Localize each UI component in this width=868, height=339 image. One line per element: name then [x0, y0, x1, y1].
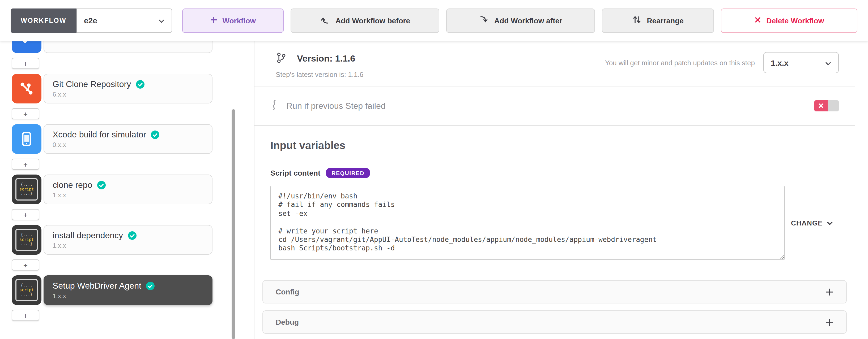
verified-badge-icon — [146, 281, 155, 291]
step-row-xcode-build[interactable]: Xcode build for simulator 0.x.x — [12, 124, 242, 154]
step-row-clone-repo[interactable]: {.... script ....} clone repo 1.x.x — [12, 174, 242, 204]
add-step-button[interactable]: + — [12, 58, 39, 69]
step-card[interactable]: Git Clone Repository 6.x.x — [43, 74, 213, 103]
script-icon-art: {.... script ....} — [16, 229, 38, 251]
workflow-selector-group: WORKFLOW e2e — [11, 8, 172, 33]
expand-plus-icon — [826, 288, 834, 296]
version-title: Version: 1.1.6 — [297, 54, 355, 64]
step-version: 6.x.x — [53, 91, 204, 98]
step-title: Setup WebDriver Agent — [53, 281, 141, 291]
add-workflow-after-button[interactable]: Add Workflow after — [446, 8, 595, 33]
script-icon-art: {.... script ....} — [16, 279, 38, 301]
debug-section-label: Debug — [276, 318, 299, 326]
workflow-toolbar: WORKFLOW e2e Workflow Add Workflow befor… — [0, 0, 868, 41]
script-step-icon: {.... script ....} — [12, 225, 41, 255]
arrow-up-insert-icon — [320, 14, 330, 26]
add-step-button[interactable]: + — [12, 310, 39, 321]
rearrange-button[interactable]: Rearrange — [602, 8, 714, 33]
add-step-button[interactable]: + — [12, 108, 39, 120]
add-step-button[interactable]: + — [12, 260, 39, 271]
step-version: 1.x.x — [53, 292, 204, 300]
add-workflow-before-button[interactable]: Add Workflow before — [291, 8, 439, 33]
input-variables-title: Input variables — [254, 139, 855, 152]
version-section: Version: 1.1.6 Step's latest version is:… — [254, 41, 855, 87]
step-detail-panel: Version: 1.1.6 Step's latest version is:… — [254, 41, 855, 339]
required-badge: REQUIRED — [326, 168, 370, 178]
change-button[interactable]: CHANGE — [791, 219, 844, 227]
config-section-label: Config — [276, 287, 299, 296]
config-section-toggle[interactable]: Config — [262, 280, 847, 303]
step-card-selected[interactable]: Setup WebDriver Agent 1.x.x — [43, 275, 213, 305]
workflow-select-value: e2e — [84, 16, 97, 25]
script-step-icon: {.... script ....} — [12, 275, 41, 305]
workflow-label: WORKFLOW — [11, 8, 76, 33]
script-content-label: Script content — [270, 169, 320, 177]
step-version: 0.x.x — [53, 141, 204, 148]
verified-badge-icon — [127, 231, 137, 240]
run-if-icon — [270, 99, 278, 113]
version-select-value: 1.x.x — [771, 58, 788, 67]
expand-plus-icon — [826, 318, 834, 326]
step-list-sidebar: 4.x.x + Git Clone Repository — [0, 41, 242, 339]
script-icon-art: {.... script ....} — [16, 178, 38, 201]
verified-badge-icon — [96, 180, 106, 190]
step-row-partial[interactable]: 4.x.x — [12, 41, 242, 53]
change-label: CHANGE — [791, 219, 823, 227]
step-card[interactable]: clone repo 1.x.x — [43, 174, 213, 204]
app-root: WORKFLOW e2e Workflow Add Workflow befor… — [0, 0, 868, 339]
run-if-label: Run if previous Step failed — [286, 101, 386, 111]
script-content-input[interactable]: #!/usr/bin/env bash # fail if any comman… — [270, 186, 784, 260]
step-icon — [12, 41, 41, 53]
add-workflow-label: Workflow — [223, 16, 256, 25]
step-row-install-dependency[interactable]: {.... script ....} install dependency 1.… — [12, 225, 242, 255]
version-select[interactable]: 1.x.x — [763, 52, 839, 73]
step-card[interactable]: Xcode build for simulator 0.x.x — [43, 124, 213, 154]
step-title: Git Clone Repository — [53, 79, 131, 89]
add-step-button[interactable]: + — [12, 209, 39, 220]
step-title: clone repo — [53, 180, 92, 190]
step-row-setup-webdriver-agent[interactable]: {.... script ....} Setup WebDriver Agent… — [12, 275, 242, 305]
updates-hint: You will get minor and patch updates on … — [605, 59, 755, 67]
rearrange-label: Rearrange — [647, 16, 684, 25]
verified-badge-icon — [135, 79, 145, 89]
script-step-icon: {.... script ....} — [12, 174, 41, 204]
step-title: Xcode build for simulator — [53, 130, 146, 139]
step-version: 4.x.x — [53, 41, 204, 43]
step-row-git-clone[interactable]: Git Clone Repository 6.x.x — [12, 74, 242, 103]
input-variables-section: Input variables Script content REQUIRED … — [254, 126, 855, 334]
xcode-simulator-icon — [12, 124, 41, 154]
sidebar-scrollbar[interactable] — [231, 109, 235, 339]
step-card[interactable]: 4.x.x — [43, 41, 213, 53]
git-branch-icon — [276, 52, 286, 66]
run-if-toggle[interactable] — [814, 100, 839, 111]
delete-workflow-button[interactable]: Delete Workflow — [721, 8, 857, 33]
verified-badge-icon — [150, 130, 160, 139]
add-step-button[interactable]: + — [12, 159, 39, 170]
add-workflow-before-label: Add Workflow before — [336, 16, 410, 25]
workflow-select[interactable]: e2e — [76, 8, 172, 33]
toggle-off-x-icon — [814, 100, 828, 111]
step-card[interactable]: install dependency 1.x.x — [43, 225, 213, 255]
latest-version-text: Step's latest version is: 1.1.6 — [276, 71, 363, 78]
chevron-down-icon — [158, 16, 165, 25]
close-icon — [754, 16, 761, 25]
step-title: install dependency — [53, 231, 123, 240]
debug-section-toggle[interactable]: Debug — [262, 310, 847, 334]
add-workflow-after-label: Add Workflow after — [494, 16, 562, 25]
arrow-down-insert-icon — [479, 14, 489, 26]
rearrange-arrows-icon — [632, 15, 642, 26]
step-list: 4.x.x + Git Clone Repository — [0, 41, 242, 321]
step-version: 1.x.x — [53, 242, 204, 249]
git-icon — [12, 74, 41, 103]
chevron-down-icon — [825, 58, 831, 67]
add-workflow-button[interactable]: Workflow — [182, 8, 284, 33]
delete-workflow-label: Delete Workflow — [766, 16, 824, 25]
run-if-section: Run if previous Step failed — [254, 87, 855, 126]
chevron-down-icon — [827, 219, 833, 227]
step-version: 1.x.x — [53, 191, 204, 199]
plus-icon — [210, 16, 217, 25]
